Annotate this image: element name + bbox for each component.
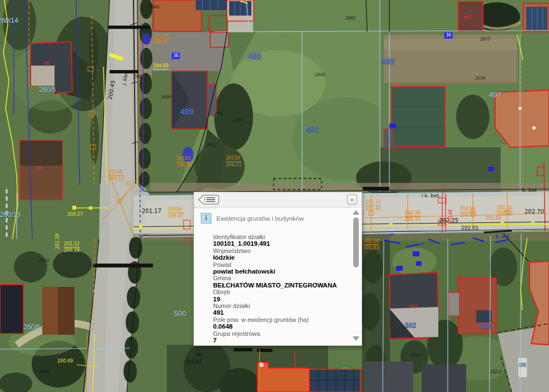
scroll-up-arrow-icon[interactable] (353, 210, 359, 215)
popup-body: i Ewidencja gruntów i budynków Identyfik… (194, 207, 362, 344)
field-label: Województwo (213, 247, 338, 254)
close-icon[interactable]: ✕ (347, 195, 357, 205)
field-value: powiat bełchatowski (213, 268, 338, 275)
field-value: 491 (213, 309, 338, 316)
field-value: 100101_1.0019.491 (213, 240, 338, 247)
field-value: łódzkie (213, 254, 338, 261)
field-label: Numer działki (213, 302, 338, 309)
field-label: Identyfikator działki (213, 234, 338, 240)
field-value: 7 (213, 337, 338, 344)
attribute-list: Identyfikator działki100101_1.0019.491Wo… (213, 234, 338, 344)
parked-car (518, 358, 527, 378)
field-label: Grupa rejestrowa (213, 330, 338, 337)
scroll-down-arrow-icon[interactable] (353, 336, 359, 341)
scroll-thumb[interactable] (353, 217, 359, 267)
field-label: Pole pow. w ewidencji gruntów (ha) (213, 316, 338, 323)
feature-info-popup: ✕ i Ewidencja gruntów i budynków Identyf… (194, 192, 362, 346)
field-label: Powiat (213, 261, 338, 268)
field-label: Gmina (213, 275, 338, 281)
popup-scrollbar[interactable] (352, 210, 359, 341)
popup-service-title: Ewidencja gruntów i budynków (216, 215, 304, 222)
map-viewport[interactable]: 260/14260/5260/13260/6497500490491492489… (0, 0, 549, 392)
field-value: 0.0648 (213, 323, 338, 330)
field-value: 19 (213, 296, 338, 302)
field-value: BEŁCHATÓW MIASTO_ZINTEGROWANA (213, 282, 338, 289)
field-label: Obręb (213, 289, 338, 295)
info-icon: i (201, 213, 211, 224)
list-bullets (204, 197, 205, 202)
popup-header: ✕ (194, 192, 362, 207)
results-list-button[interactable] (198, 195, 219, 205)
